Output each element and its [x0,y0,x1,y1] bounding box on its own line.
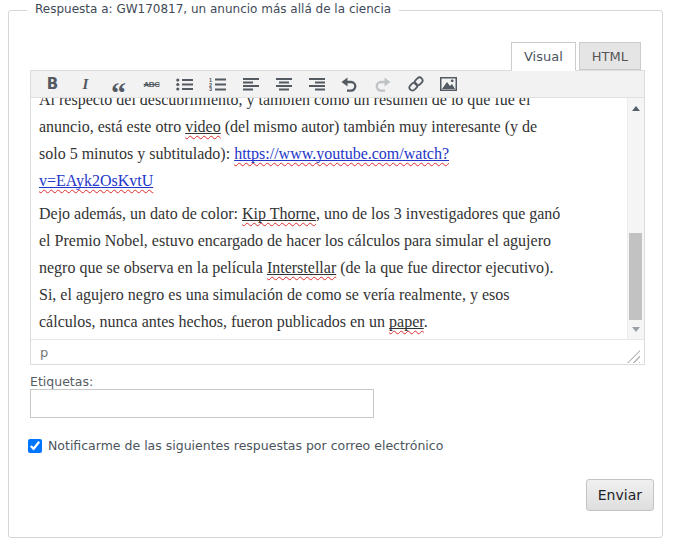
editor-content[interactable]: Al respecto del descubrimiento, y tambié… [31,98,644,339]
bold-button[interactable]: B [39,73,66,96]
scroll-down-icon[interactable] [628,321,644,337]
italic-button[interactable]: I [72,73,99,96]
align-left-button[interactable] [237,73,264,96]
strikethrough-button[interactable]: ABC [138,73,165,96]
editor-scrollbar[interactable] [627,98,644,339]
svg-text:3: 3 [209,86,212,91]
blockquote-button[interactable]: “ [105,73,132,96]
image-button[interactable] [435,73,462,96]
notify-checkbox[interactable] [28,439,42,453]
notify-label: Notificarme de las siguientes respuestas… [48,438,443,453]
editor-line: anuncio, está este otro video (del mismo… [39,113,619,140]
element-path-indicator: p [40,345,627,360]
editor-line: el Premio Nobel, estuvo encargado de hac… [39,227,619,254]
editor-line: negro que se observa en la película Inte… [39,254,619,281]
visual-editor: BI“ABC123 Al respecto del descubrimiento… [30,70,645,365]
editor-line: solo 5 minutos y subtitulado): https://w… [39,140,619,167]
tags-input[interactable] [30,389,374,418]
align-right-button[interactable] [303,73,330,96]
submit-button[interactable]: Enviar [586,479,654,511]
align-center-button[interactable] [270,73,297,96]
notify-row: Notificarme de las siguientes respuestas… [28,438,443,453]
bullet-list-button[interactable] [171,73,198,96]
editor-line: Dejo además, un dato de color: Kip Thorn… [39,200,619,227]
numbered-list-button[interactable]: 123 [204,73,231,96]
reply-form-page: Respuesta a: GW170817, un anuncio más al… [0,0,673,546]
editor-line: Si, el agujero negro es una simulación d… [39,281,619,308]
editor-text-area[interactable]: Al respecto del descubrimiento, y tambié… [31,98,627,339]
editor-paragraph: Al respecto del descubrimiento, y tambié… [39,98,619,194]
editor-line: Al respecto del descubrimiento, y tambié… [39,98,619,113]
reply-fieldset-legend: Respuesta a: GW170817, un anuncio más al… [27,2,399,16]
undo-button[interactable] [336,73,363,96]
resize-grip-icon[interactable] [627,350,640,363]
scrollbar-thumb[interactable] [629,233,642,320]
tab-html[interactable]: HTML [579,42,641,70]
editor-mode-tabs: VisualHTML [8,42,641,70]
tab-visual[interactable]: Visual [511,42,576,71]
redo-button[interactable] [369,73,396,96]
editor-link[interactable]: https://www.youtube.com/watch? [234,145,449,162]
link-button[interactable] [402,73,429,96]
editor-paragraph: Dejo además, un dato de color: Kip Thorn… [39,200,619,335]
scroll-up-icon[interactable] [628,100,644,116]
editor-text: Al respecto del descubrimiento, y tambié… [39,98,619,335]
editor-link[interactable]: v=EAyk2OsKvtU [39,172,153,189]
editor-toolbar: BI“ABC123 [31,71,644,98]
editor-line: v=EAyk2OsKvtU [39,167,619,194]
tags-label: Etiquetas: [30,374,93,389]
editor-statusbar: p [31,339,644,364]
editor-line: cálculos, nunca antes hechos, fueron pub… [39,308,619,335]
